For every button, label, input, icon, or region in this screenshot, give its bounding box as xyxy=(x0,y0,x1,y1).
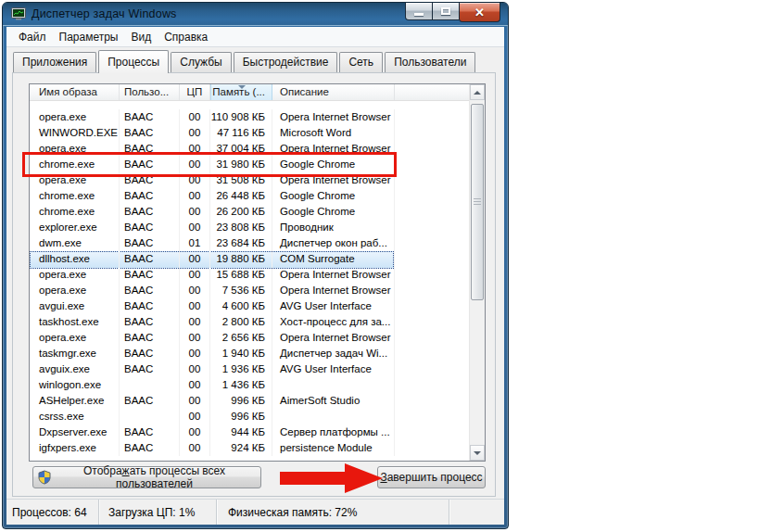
table-row[interactable]: chrome.exeBAAC0031 980 КБGoogle Chrome xyxy=(30,157,469,172)
show-all-processes-button[interactable]: Отображать процессы всех пользователей xyxy=(32,466,261,488)
cell-name: opera.exe xyxy=(30,283,120,298)
scrollbar-thumb[interactable] xyxy=(471,104,484,300)
cell-name: dllhost.exe xyxy=(30,251,120,267)
vertical-scrollbar[interactable] xyxy=(469,84,485,461)
column-header-memory[interactable]: Память (... xyxy=(210,84,272,100)
cell-desc: AVG User Interface xyxy=(272,361,395,377)
table-row[interactable]: avgui.exeBAAC004 600 КБAVG User Interfac… xyxy=(30,298,469,314)
cell-fill xyxy=(395,409,469,424)
column-header-label: Описание xyxy=(280,86,329,97)
cell-name: chrome.exe xyxy=(30,204,120,220)
cell-user: BAAC xyxy=(120,330,180,346)
table-row[interactable]: ASHelper.exeBAAC00996 КБAimerSoft Studio xyxy=(30,393,469,409)
cell-mem: 37 004 КБ xyxy=(210,141,272,157)
cell-name: avguix.exe xyxy=(30,361,120,377)
column-header-image-name[interactable]: Имя образа xyxy=(30,84,120,100)
sort-descending-icon xyxy=(238,85,246,89)
maximize-icon xyxy=(441,7,450,15)
cell-name: igfxpers.exe xyxy=(30,440,120,456)
table-row[interactable]: opera.exeBAAC0015 688 КБOpera Internet B… xyxy=(30,267,469,283)
table-row[interactable]: taskhost.exeBAAC002 800 КБХост-процесс д… xyxy=(30,314,469,330)
cell-mem: 7 536 КБ xyxy=(210,283,272,298)
menu-help[interactable]: Справка xyxy=(158,28,214,46)
cell-fill xyxy=(395,330,469,346)
cell-cpu: 00 xyxy=(180,188,210,204)
cell-name: opera.exe xyxy=(30,109,120,125)
uac-shield-icon xyxy=(37,470,52,485)
table-row[interactable]: WINWORD.EXEBAAC0047 116 КБMicrosoft Word xyxy=(30,125,469,141)
table-row[interactable]: chrome.exeBAAC0026 448 КБGoogle Chrome xyxy=(30,188,469,204)
cell-cpu: 00 xyxy=(180,330,210,346)
tab-processes[interactable]: Процессы xyxy=(98,50,169,73)
cell-cpu: 00 xyxy=(180,204,210,220)
caption-buttons: ✕ xyxy=(405,3,500,22)
cell-desc: AVG User Interface xyxy=(272,298,395,314)
table-row[interactable]: opera.exeBAAC0031 508 КБOpera Internet B… xyxy=(30,172,469,188)
table-row[interactable]: dllhost.exeBAAC0019 880 КБCOM Surrogate xyxy=(30,251,469,267)
table-row[interactable]: avguix.exeBAAC001 936 КБAVG User Interfa… xyxy=(30,361,469,377)
cell-mem: 996 КБ xyxy=(210,393,272,409)
menu-file[interactable]: Файл xyxy=(12,28,53,46)
maximize-button[interactable] xyxy=(433,3,459,20)
status-bar: Процессов: 64 Загрузка ЦП: 1% Физическая… xyxy=(6,499,504,525)
tab-services[interactable]: Службы xyxy=(171,52,231,72)
cell-name: opera.exe xyxy=(30,141,120,157)
table-row[interactable]: csrss.exe00996 КБ xyxy=(30,409,469,424)
cell-fill xyxy=(395,440,469,456)
cell-mem: 47 116 КБ xyxy=(210,125,272,141)
table-row[interactable]: chrome.exeBAAC0026 200 КБGoogle Chrome xyxy=(30,204,469,220)
cell-fill xyxy=(395,172,469,188)
cell-mem: 996 КБ xyxy=(210,409,272,424)
close-button[interactable]: ✕ xyxy=(459,3,500,22)
cell-fill xyxy=(395,393,469,409)
tab-users[interactable]: Пользователи xyxy=(385,52,475,72)
process-table: Имя образа Пользо... ЦП Память (... xyxy=(29,83,486,462)
table-row[interactable]: Dxpserver.exeBAAC00944 КБСервер платформ… xyxy=(30,424,469,440)
scroll-down-button[interactable] xyxy=(470,445,485,461)
scroll-up-button[interactable] xyxy=(470,84,485,100)
cell-fill xyxy=(395,235,469,251)
cell-name: winlogon.exe xyxy=(30,377,120,393)
column-header-description[interactable]: Описание xyxy=(272,84,395,100)
minimize-button[interactable] xyxy=(405,3,433,20)
menu-view[interactable]: Вид xyxy=(124,28,158,46)
cell-fill xyxy=(395,141,469,157)
cell-name: chrome.exe xyxy=(30,188,120,204)
table-row[interactable]: igfxpers.exeBAAC00924 КБpersistence Modu… xyxy=(30,440,469,456)
table-row[interactable]: explorer.exeBAAC0023 808 КБПроводник xyxy=(30,220,469,235)
cell-fill xyxy=(395,109,469,125)
cell-desc: Диспетчер задач Wi... xyxy=(272,346,395,361)
table-row[interactable]: winlogon.exe001 436 КБ xyxy=(30,377,469,393)
cell-mem: 23 684 КБ xyxy=(210,235,272,251)
tab-networking[interactable]: Сеть xyxy=(339,52,383,72)
cell-name: avgui.exe xyxy=(30,298,120,314)
cell-mem: 4 600 КБ xyxy=(210,298,272,314)
minimize-icon xyxy=(414,13,424,16)
table-row[interactable]: opera.exeBAAC007 536 КБOpera Internet Br… xyxy=(30,283,469,298)
cell-name: explorer.exe xyxy=(30,220,120,235)
column-header-user[interactable]: Пользо... xyxy=(120,84,180,100)
task-manager-window: Диспетчер задач Windows ✕ Файл Параметры… xyxy=(2,2,509,529)
end-process-button[interactable]: Завершить процесс xyxy=(377,466,486,488)
cell-mem: 1 936 КБ xyxy=(210,361,272,377)
tab-applications[interactable]: Приложения xyxy=(13,52,96,72)
menu-options[interactable]: Параметры xyxy=(53,28,125,46)
cell-user: BAAC xyxy=(120,361,180,377)
tab-performance[interactable]: Быстродействие xyxy=(234,52,338,72)
close-icon: ✕ xyxy=(474,6,485,19)
table-row[interactable]: taskmgr.exeBAAC001 940 КБДиспетчер задач… xyxy=(30,346,469,361)
task-manager-icon xyxy=(11,7,26,20)
column-header-cpu[interactable]: ЦП xyxy=(180,84,210,100)
scrollbar-track[interactable] xyxy=(470,100,485,445)
table-row[interactable]: opera.exeBAAC002 656 КБOpera Internet Br… xyxy=(30,330,469,346)
cell-fill xyxy=(395,361,469,377)
table-row[interactable]: opera.exeBAAC0037 004 КБOpera Internet B… xyxy=(30,141,469,157)
cell-desc: Opera Internet Browser xyxy=(272,141,395,157)
cell-fill xyxy=(395,267,469,283)
table-row[interactable]: dwm.exeBAAC0123 684 КБДиспетчер окон раб… xyxy=(30,235,469,251)
highlight-arrow xyxy=(280,462,384,494)
cell-user: BAAC xyxy=(120,172,180,188)
table-row[interactable]: opera.exeBAAC00110 908 КБOpera Internet … xyxy=(30,109,469,125)
cell-fill xyxy=(395,314,469,330)
cell-desc: Google Chrome xyxy=(272,157,395,172)
